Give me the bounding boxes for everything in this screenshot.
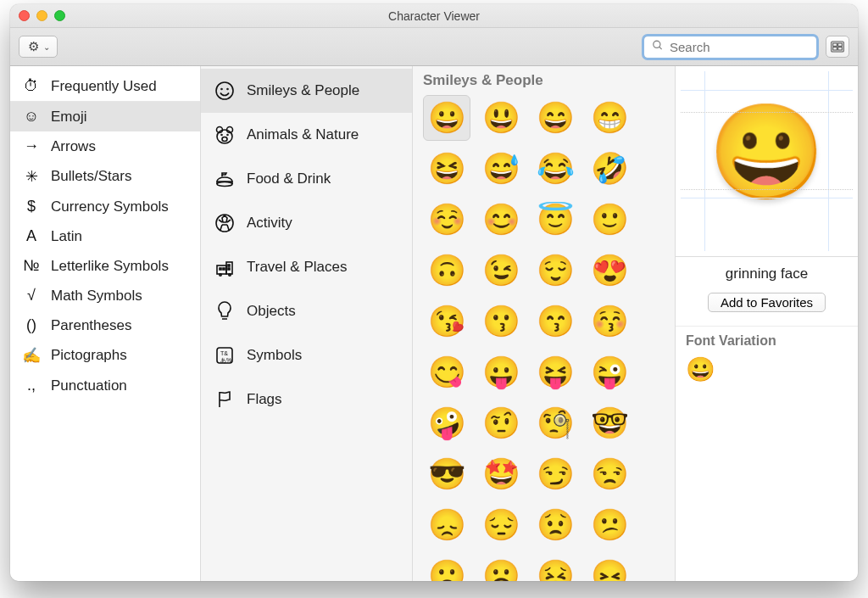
emoji-cell[interactable]: 🤪 (423, 400, 470, 446)
toggle-list-mode-button[interactable] (826, 36, 849, 58)
body: ⏱Frequently Used☺Emoji→Arrows✳Bullets/St… (10, 66, 858, 581)
emoji-cell[interactable]: 😌 (531, 248, 579, 293)
sidebar-item-currency-symbols[interactable]: $Currency Symbols (10, 192, 200, 221)
add-to-favorites-button[interactable]: Add to Favorites (708, 293, 826, 312)
emoji-cell[interactable]: 😄 (531, 95, 579, 141)
emoji-cell[interactable]: 😍 (586, 248, 633, 293)
sidebar-item-pictographs[interactable]: ✍Pictographs (10, 340, 200, 371)
emoji-grid[interactable]: 😀😃😄😁😆😅😂🤣☺️😊😇🙂🙃😉😌😍😘😗😙😚😋😛😝😜🤪🤨🧐🤓😎🤩😏😒😞😔😟😕🙁☹️… (413, 95, 675, 581)
gear-icon: ⚙ (28, 39, 39, 54)
emoji-cell[interactable]: 😜 (586, 349, 633, 395)
subcategory-item-objects[interactable]: Objects (201, 289, 412, 333)
emoji-cell[interactable]: 😖 (586, 553, 633, 581)
-icon: √ (22, 287, 41, 305)
emoji-grid-panel: Smileys & People 😀😃😄😁😆😅😂🤣☺️😊😇🙂🙃😉😌😍😘😗😙😚😋😛… (413, 66, 676, 581)
svg-point-14 (227, 135, 228, 136)
search-input[interactable] (643, 36, 817, 59)
svg-point-7 (216, 82, 233, 99)
emoji-cell[interactable]: 🤨 (477, 400, 525, 446)
emoji-cell[interactable]: 😟 (531, 502, 579, 548)
emoji-cell[interactable]: 😝 (531, 349, 579, 395)
preview-info: grinning face Add to Favorites (676, 257, 858, 327)
font-variation-list[interactable]: 😀 (676, 352, 858, 387)
sidebar-item-letterlike-symbols[interactable]: №Letterlike Symbols (10, 251, 200, 281)
emoji-cell[interactable]: 😙 (531, 299, 579, 344)
sidebar-item-parentheses[interactable]: ()Parentheses (10, 310, 200, 340)
subcategory-item-animals-nature[interactable]: Animals & Nature (201, 113, 412, 157)
emoji-cell[interactable]: 🤩 (477, 451, 525, 497)
svg-point-9 (227, 89, 228, 90)
-icon: ⏱ (22, 77, 41, 95)
grid-section-header: Smileys & People (413, 66, 675, 95)
emoji-cell[interactable]: 😎 (423, 451, 470, 497)
font-variation-item[interactable]: 😀 (686, 356, 715, 383)
sidebar-item-math-symbols[interactable]: √Math Symbols (10, 281, 200, 310)
subcategory-item-label: Objects (247, 303, 296, 320)
svg-rect-3 (833, 43, 837, 46)
emoji-cell[interactable]: 😣 (531, 553, 579, 581)
emoji-cell[interactable]: 😇 (531, 197, 579, 243)
-icon: $ (22, 198, 41, 215)
subcategory-item-food-drink[interactable]: Food & Drink (201, 157, 412, 201)
subcategory-item-flags[interactable]: Flags (201, 377, 412, 422)
sidebar-item-arrows[interactable]: →Arrows (10, 131, 200, 161)
subcategory-item-travel-places[interactable]: Travel & Places (201, 245, 412, 289)
emoji-cell[interactable]: 😂 (531, 146, 579, 192)
emoji-cell[interactable]: 😕 (586, 502, 633, 548)
sidebar-item-punctuation[interactable]: .,Punctuation (10, 371, 200, 400)
symbols-icon: T&あ% (214, 345, 235, 366)
flag-icon (214, 389, 235, 410)
action-menu-button[interactable]: ⚙ ⌄ (19, 36, 58, 58)
emoji-cell[interactable]: 😉 (477, 248, 525, 293)
emoji-cell[interactable]: 😒 (586, 451, 633, 497)
emoji-cell[interactable]: 🤣 (586, 146, 633, 192)
emoji-cell[interactable]: 🤓 (586, 400, 633, 446)
svg-point-8 (221, 89, 222, 90)
svg-point-13 (221, 135, 222, 136)
emoji-cell[interactable]: 😊 (477, 197, 525, 243)
sidebar-item-latin[interactable]: ALatin (10, 221, 200, 251)
subcategory-item-symbols[interactable]: T&あ%Symbols (201, 333, 412, 377)
emoji-cell[interactable]: 🧐 (531, 400, 579, 446)
emoji-cell[interactable]: 🙃 (423, 248, 470, 293)
svg-rect-20 (220, 268, 221, 270)
sidebar-item-emoji[interactable]: ☺Emoji (10, 102, 200, 131)
emoji-cell[interactable]: 🙂 (586, 197, 633, 243)
emoji-cell[interactable]: ☹️ (477, 553, 525, 581)
svg-rect-4 (838, 43, 843, 46)
subcategory-item-label: Animals & Nature (247, 126, 359, 143)
titlebar: Character Viewer (10, 4, 858, 28)
sidebar-item-label: Bullets/Stars (51, 168, 131, 185)
emoji-cell[interactable]: 😔 (477, 502, 525, 548)
emoji-cell[interactable]: 😋 (423, 349, 470, 395)
emoji-cell[interactable]: ☺️ (423, 197, 470, 243)
sidebar-item-frequently-used[interactable]: ⏱Frequently Used (10, 71, 200, 102)
emoji-cell[interactable]: 😘 (423, 299, 470, 344)
search-field-container (643, 36, 817, 59)
emoji-cell[interactable]: 😁 (586, 95, 633, 141)
emoji-cell[interactable]: 🙁 (423, 553, 470, 581)
emoji-cell[interactable]: 😞 (423, 502, 470, 548)
subcategory-item-smileys-people[interactable]: Smileys & People (201, 69, 412, 113)
subcategory-sidebar[interactable]: Smileys & PeopleAnimals & NatureFood & D… (201, 66, 413, 581)
emoji-cell[interactable]: 😗 (477, 299, 525, 344)
emoji-cell[interactable]: 😃 (477, 95, 525, 141)
svg-text:T&: T& (220, 350, 228, 356)
svg-rect-23 (228, 268, 230, 270)
subcategory-item-label: Food & Drink (247, 170, 331, 187)
category-sidebar[interactable]: ⏱Frequently Used☺Emoji→Arrows✳Bullets/St… (10, 66, 201, 581)
subcategory-item-activity[interactable]: Activity (201, 201, 412, 245)
emoji-cell[interactable]: 😏 (531, 451, 579, 497)
emoji-cell[interactable]: 😅 (477, 146, 525, 192)
sidebar-item-bullets-stars[interactable]: ✳Bullets/Stars (10, 161, 200, 192)
emoji-cell[interactable]: 😆 (423, 146, 470, 192)
-icon: ☺ (22, 108, 41, 126)
character-name: grinning face (686, 265, 848, 282)
svg-point-17 (216, 215, 233, 232)
emoji-cell[interactable]: 😛 (477, 349, 525, 395)
-icon: № (22, 257, 41, 275)
emoji-cell[interactable]: 😚 (586, 299, 633, 344)
svg-point-15 (222, 137, 227, 142)
emoji-cell[interactable]: 😀 (423, 95, 470, 141)
bear-icon (214, 125, 235, 145)
